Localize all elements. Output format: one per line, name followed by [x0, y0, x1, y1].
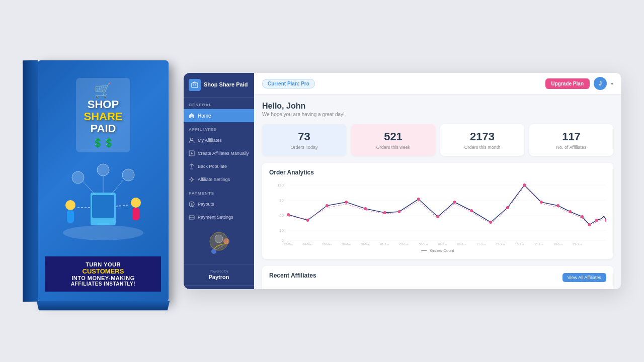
- affiliates-header: Recent Affiliates View All Affiliates: [269, 272, 606, 283]
- svg-point-48: [345, 201, 348, 204]
- chart-container: Order Analytics 120 90 60: [262, 163, 613, 259]
- svg-point-49: [364, 207, 367, 210]
- book-box: 🛒 SHOP SHARE PAID 💲💲: [23, 40, 194, 322]
- svg-text:09-Jun: 09-Jun: [457, 243, 466, 245]
- main-content: Current Plan: Pro Upgrade Plan J ▾ Hello…: [254, 73, 621, 289]
- svg-text:07-Jun: 07-Jun: [438, 243, 447, 245]
- svg-point-50: [383, 211, 386, 214]
- svg-point-47: [326, 204, 329, 207]
- svg-text:01-Jun: 01-Jun: [380, 243, 389, 245]
- svg-rect-2: [92, 195, 114, 218]
- svg-point-6: [131, 198, 141, 208]
- svg-point-60: [556, 204, 559, 207]
- svg-text:120: 120: [277, 183, 284, 188]
- sidebar-item-payment-settings[interactable]: Payment Settings: [184, 211, 254, 224]
- topbar: Current Plan: Pro Upgrade Plan J ▾: [254, 73, 621, 95]
- sidebar-item-my-affiliates[interactable]: My Affiliates: [184, 134, 254, 147]
- stat-card-orders-week: 521 Orders this week: [351, 124, 435, 156]
- view-all-affiliates-button[interactable]: View All Affiliates: [562, 273, 606, 282]
- svg-point-65: [605, 219, 606, 222]
- sidebar-section-general: GENERAL: [184, 98, 254, 109]
- sidebar-illustration: [199, 229, 239, 259]
- sidebar: Shop Share Paid GENERAL Home AFFILIATES …: [184, 73, 254, 289]
- svg-point-61: [569, 210, 572, 213]
- stats-row: 73 Orders Today 521 Orders this week 217…: [262, 124, 613, 156]
- svg-point-46: [306, 219, 309, 222]
- svg-text:26-May: 26-May: [322, 243, 332, 245]
- svg-text:0: 0: [281, 238, 284, 243]
- book-title: SHOP SHARE PAID: [84, 99, 122, 135]
- svg-point-18: [195, 84, 196, 85]
- sidebar-header: Shop Share Paid: [184, 73, 254, 98]
- svg-text:21-Jun: 21-Jun: [573, 243, 582, 245]
- svg-point-55: [470, 209, 473, 212]
- book-spine: [23, 60, 38, 302]
- svg-point-62: [581, 215, 584, 218]
- upgrade-button[interactable]: Upgrade Plan: [545, 78, 590, 89]
- svg-text:11-Jun: 11-Jun: [476, 243, 486, 245]
- svg-point-63: [588, 223, 591, 226]
- sidebar-item-back-populate[interactable]: Back Populate: [184, 160, 254, 173]
- plan-badge: Current Plan: Pro: [262, 79, 315, 88]
- stat-label-orders-week: Orders this week: [358, 145, 428, 150]
- svg-point-23: [191, 178, 193, 180]
- svg-point-54: [453, 201, 456, 204]
- sidebar-item-affiliate-settings[interactable]: Affiliate Settings: [184, 173, 254, 186]
- svg-point-45: [287, 213, 290, 216]
- stat-value-orders-today: 73: [269, 130, 339, 143]
- stat-label-affiliates: No. of Affiliates: [536, 145, 606, 150]
- svg-rect-7: [132, 208, 139, 220]
- book-dollar-icons: 💲💲: [84, 137, 122, 148]
- chevron-down-icon[interactable]: ▾: [611, 81, 613, 86]
- svg-point-29: [215, 235, 223, 243]
- avatar[interactable]: J: [594, 77, 607, 90]
- svg-text:$: $: [191, 203, 193, 206]
- svg-text:30: 30: [279, 228, 284, 233]
- svg-text:22-May: 22-May: [284, 243, 293, 245]
- book-logo: 🛒 SHOP SHARE PAID 💲💲: [76, 78, 130, 152]
- paytron-logo: Paytron: [189, 274, 249, 280]
- svg-point-59: [540, 201, 543, 204]
- chart-legend-text: Orders Count: [430, 248, 454, 253]
- sidebar-item-payouts[interactable]: $ Payouts: [184, 198, 254, 211]
- table-header: # First name Last name Email Address Dis…: [269, 288, 606, 289]
- sidebar-item-home[interactable]: Home: [184, 109, 254, 122]
- stat-value-orders-month: 2173: [447, 130, 517, 143]
- svg-text:15-Jun: 15-Jun: [515, 243, 524, 245]
- sidebar-help[interactable]: ? Help: [184, 285, 254, 289]
- book-bottom: [37, 301, 170, 310]
- svg-text:28-May: 28-May: [342, 243, 351, 245]
- chart-legend: ⟵ Orders Count: [269, 248, 606, 253]
- affiliates-section: Recent Affiliates View All Affiliates # …: [262, 266, 613, 289]
- svg-text:90: 90: [279, 198, 284, 203]
- svg-point-53: [436, 215, 439, 218]
- svg-text:05-Jun: 05-Jun: [419, 243, 428, 245]
- book-face: 🛒 SHOP SHARE PAID 💲💲: [38, 60, 169, 302]
- chart-title: Order Analytics: [269, 169, 606, 176]
- svg-text:19-Jun: 19-Jun: [554, 243, 563, 245]
- content-area: Hello, John We hope you are having a gre…: [254, 95, 621, 289]
- stat-value-orders-week: 521: [358, 130, 428, 143]
- svg-point-0: [63, 225, 143, 240]
- svg-rect-5: [67, 210, 74, 223]
- svg-point-30: [223, 238, 229, 244]
- svg-point-11: [122, 169, 134, 181]
- svg-point-64: [595, 219, 598, 222]
- topbar-right: Upgrade Plan J ▾: [545, 77, 613, 90]
- page-wrapper: 🛒 SHOP SHARE PAID 💲💲: [0, 0, 644, 362]
- affiliates-title: Recent Affiliates: [269, 272, 316, 279]
- svg-rect-3: [97, 223, 109, 225]
- svg-point-52: [417, 198, 420, 201]
- stat-card-orders-today: 73 Orders Today: [262, 124, 346, 156]
- svg-text:24-May: 24-May: [303, 243, 312, 245]
- chart-area: 120 90 60 30 0: [269, 180, 606, 245]
- book-content: 🛒 SHOP SHARE PAID 💲💲: [45, 70, 161, 292]
- svg-point-56: [489, 221, 492, 224]
- dashboard: Shop Share Paid GENERAL Home AFFILIATES …: [184, 73, 621, 289]
- greeting-section: Hello, John We hope you are having a gre…: [262, 102, 613, 117]
- svg-point-12: [97, 164, 109, 176]
- sidebar-item-create-affiliates[interactable]: Create Affiliates Manually: [184, 147, 254, 160]
- greeting-subtitle: We hope you are having a great day!: [262, 112, 613, 117]
- book-illustration: [53, 157, 153, 248]
- stat-card-orders-month: 2173 Orders this month: [440, 124, 524, 156]
